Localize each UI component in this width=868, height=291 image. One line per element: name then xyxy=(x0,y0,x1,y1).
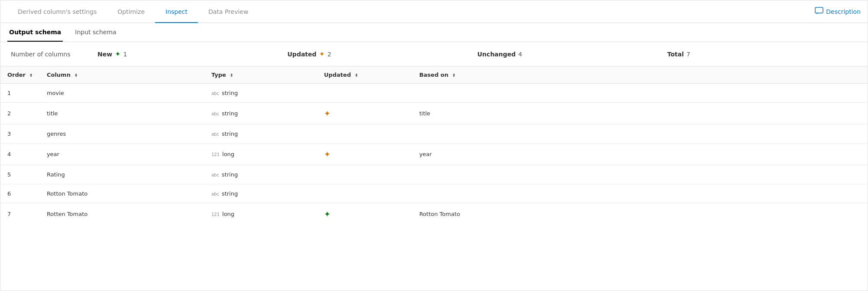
summary-updated: Updated✦ 2 xyxy=(288,50,478,58)
unchanged-label: Unchanged xyxy=(477,51,516,58)
cell-updated: ✦ xyxy=(317,203,412,225)
cell-order: 7 xyxy=(0,203,40,225)
updated-star-green-icon: ✦ xyxy=(324,209,330,219)
sub-tab-input-schema[interactable]: Input schema xyxy=(73,23,118,42)
cell-type: abcstring xyxy=(204,184,317,203)
top-tab-bar: Derived column's settings Optimize Inspe… xyxy=(0,0,868,23)
table-row: 4year121long✦year xyxy=(0,144,868,165)
cell-order: 3 xyxy=(0,124,40,144)
cell-column: title xyxy=(40,103,204,124)
cell-column: Rotton Tomato xyxy=(40,184,204,203)
updated-count: 2 xyxy=(327,51,331,58)
updated-dot: ✦ xyxy=(319,50,325,58)
cell-based-on: year xyxy=(412,144,868,165)
summary-total: Total 7 xyxy=(667,51,858,58)
header-updated[interactable]: Updated ⬍ xyxy=(317,66,412,84)
table-header-row: Order ⬍ Column ⬍ Type ⬍ Updated ⬍ xyxy=(0,66,868,84)
sort-order-icon: ⬍ xyxy=(29,73,33,78)
updated-label: Updated xyxy=(288,51,317,58)
cell-type: abcstring xyxy=(204,84,317,103)
table-row: 6Rotton Tomatoabcstring xyxy=(0,184,868,203)
type-prefix: abc xyxy=(211,132,219,137)
cell-updated xyxy=(317,165,412,184)
header-type[interactable]: Type ⬍ xyxy=(204,66,317,84)
table-row: 1movieabcstring xyxy=(0,84,868,103)
cell-order: 5 xyxy=(0,165,40,184)
new-dot: ✦ xyxy=(115,50,120,58)
sort-column-icon: ⬍ xyxy=(74,73,78,78)
table-row: 7Rotten Tomato121long✦Rotton Tomato xyxy=(0,203,868,225)
sub-tab-bar: Output schema Input schema xyxy=(0,23,868,42)
cell-updated xyxy=(317,124,412,144)
header-order[interactable]: Order ⬍ xyxy=(0,66,40,84)
type-prefix: 121 xyxy=(211,212,220,217)
new-label: New xyxy=(97,51,112,58)
sort-type-icon: ⬍ xyxy=(230,73,233,78)
cell-type: 121long xyxy=(204,203,317,225)
cell-based-on: title xyxy=(412,103,868,124)
type-prefix: 121 xyxy=(211,152,220,157)
tab-data-preview[interactable]: Data Preview xyxy=(198,1,259,23)
header-based-on[interactable]: Based on ⬍ xyxy=(412,66,868,84)
cell-column: Rating xyxy=(40,165,204,184)
number-of-columns-label: Number of columns xyxy=(11,51,97,58)
cell-column: year xyxy=(40,144,204,165)
cell-column: Rotten Tomato xyxy=(40,203,204,225)
cell-based-on: Rotton Tomato xyxy=(412,203,868,225)
sub-tab-output-schema[interactable]: Output schema xyxy=(7,23,63,42)
cell-type: abcstring xyxy=(204,124,317,144)
updated-star-orange-icon: ✦ xyxy=(324,109,330,118)
table-row: 2titleabcstring✦title xyxy=(0,103,868,124)
cell-based-on xyxy=(412,124,868,144)
header-column[interactable]: Column ⬍ xyxy=(40,66,204,84)
total-label: Total xyxy=(667,51,684,58)
type-prefix: abc xyxy=(211,173,219,177)
cell-based-on xyxy=(412,165,868,184)
description-button[interactable]: Description xyxy=(815,7,861,16)
cell-column: genres xyxy=(40,124,204,144)
cell-column: movie xyxy=(40,84,204,103)
svg-rect-0 xyxy=(815,7,823,13)
description-icon xyxy=(815,7,823,16)
schema-table-container: Order ⬍ Column ⬍ Type ⬍ Updated ⬍ xyxy=(0,66,868,225)
app-container: Derived column's settings Optimize Inspe… xyxy=(0,0,868,291)
type-prefix: abc xyxy=(211,91,219,96)
updated-star-orange-icon: ✦ xyxy=(324,150,330,159)
cell-order: 6 xyxy=(0,184,40,203)
tab-optimize[interactable]: Optimize xyxy=(107,1,155,23)
cell-order: 2 xyxy=(0,103,40,124)
total-count: 7 xyxy=(687,51,690,58)
cell-order: 4 xyxy=(0,144,40,165)
cell-type: abcstring xyxy=(204,103,317,124)
summary-unchanged: Unchanged 4 xyxy=(477,51,667,58)
cell-based-on xyxy=(412,184,868,203)
cell-updated: ✦ xyxy=(317,144,412,165)
cell-type: 121long xyxy=(204,144,317,165)
sort-updated-icon: ⬍ xyxy=(355,73,358,78)
table-row: 5Ratingabcstring xyxy=(0,165,868,184)
cell-based-on xyxy=(412,84,868,103)
table-body: 1movieabcstring2titleabcstring✦title3gen… xyxy=(0,84,868,225)
cell-updated xyxy=(317,84,412,103)
tab-derived-column-settings[interactable]: Derived column's settings xyxy=(7,1,107,23)
cell-order: 1 xyxy=(0,84,40,103)
summary-bar: Number of columns New✦ 1 Updated✦ 2 Unch… xyxy=(0,42,868,66)
type-prefix: abc xyxy=(211,192,219,196)
cell-updated xyxy=(317,184,412,203)
table-row: 3genresabcstring xyxy=(0,124,868,144)
unchanged-count: 4 xyxy=(518,51,522,58)
cell-updated: ✦ xyxy=(317,103,412,124)
cell-type: abcstring xyxy=(204,165,317,184)
summary-new: New✦ 1 xyxy=(97,50,288,58)
type-prefix: abc xyxy=(211,111,219,116)
tab-inspect[interactable]: Inspect xyxy=(155,1,198,23)
sort-basedon-icon: ⬍ xyxy=(452,73,456,78)
new-count: 1 xyxy=(123,51,127,58)
schema-table: Order ⬍ Column ⬍ Type ⬍ Updated ⬍ xyxy=(0,66,868,225)
